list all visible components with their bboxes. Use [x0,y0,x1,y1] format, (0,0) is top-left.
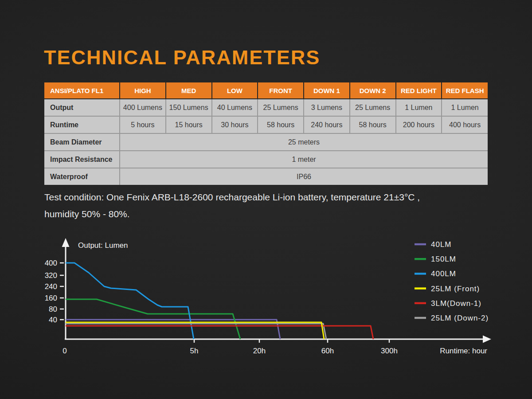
x-tick-label: 300h [381,347,398,355]
x-tick-label: 5h [190,347,199,355]
legend-label: 150LM [431,255,456,263]
y-tick-label: 400 [45,259,57,267]
x-tick-label: 60h [321,347,334,355]
legend-label: 25LM (Front) [431,285,480,293]
x-axis-arrow-icon [483,336,491,343]
x-tick-label: 0 [63,347,66,355]
page: TECHNICAL PARAMETERS ANSI/PLATO FL1 HIGH… [0,0,532,399]
y-tick-label: 40 [49,316,57,324]
y-axis-arrow-icon [62,238,70,247]
series-line-3lm-down-1 [66,326,373,339]
x-axis-title: Runtime: hour [440,347,487,355]
runtime-chart: 400320240160804005h20h60h300hOutput: Lum… [0,0,532,399]
legend-label: 25LM (Down-2) [431,314,489,322]
y-axis-title: Output: Lumen [78,241,128,250]
y-tick-label: 160 [45,294,57,302]
legend-label: 3LM(Down-1) [431,299,481,308]
series-line-400lm [66,263,194,339]
y-tick-label: 320 [45,271,57,280]
legend-label: 400LM [431,270,456,278]
y-tick-label: 80 [49,305,57,313]
series-line-25lm-front [66,322,324,339]
y-tick-label: 240 [45,282,57,291]
legend-label: 40LM [431,240,452,249]
x-tick-label: 20h [253,347,266,355]
